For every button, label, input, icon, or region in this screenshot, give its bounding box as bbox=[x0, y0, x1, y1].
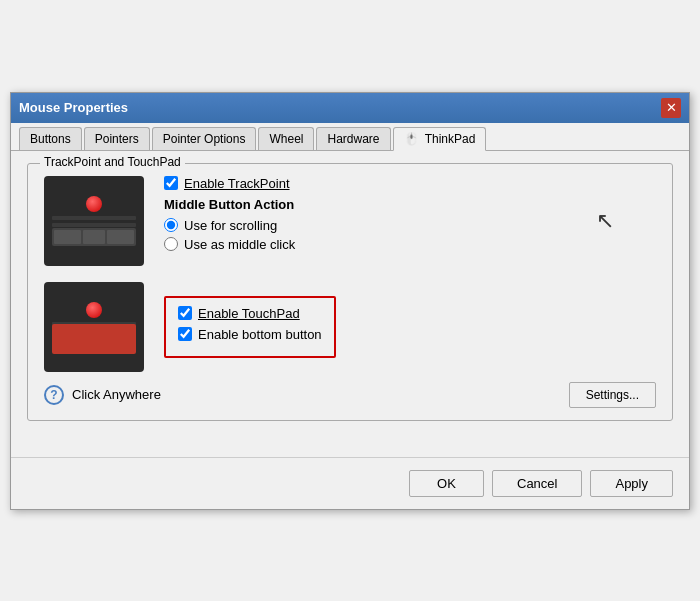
help-icon-text: ? bbox=[50, 388, 57, 402]
right-key bbox=[107, 230, 134, 244]
main-content: TrackPoint and TouchPad bbox=[11, 151, 689, 449]
radio-click[interactable] bbox=[164, 237, 178, 251]
help-icon: ? bbox=[44, 385, 64, 405]
touchpad-section: Enable TouchPad Enable bottom button bbox=[44, 282, 656, 372]
tab-pointer-options-label: Pointer Options bbox=[163, 132, 246, 146]
trackpoint-touchpad-group: TrackPoint and TouchPad bbox=[27, 163, 673, 421]
trackpoint-row: Enable TrackPoint Middle Button Action U… bbox=[44, 176, 656, 266]
apply-button[interactable]: Apply bbox=[590, 470, 673, 497]
cursor-area: ↖ bbox=[596, 208, 656, 234]
radio-scroll[interactable] bbox=[164, 218, 178, 232]
tab-pointers-label: Pointers bbox=[95, 132, 139, 146]
tab-hardware-label: Hardware bbox=[327, 132, 379, 146]
click-anywhere-label: Click Anywhere bbox=[72, 387, 161, 402]
enable-trackpoint-text: Enable TrackPoint bbox=[184, 176, 290, 191]
title-bar: Mouse Properties ✕ bbox=[11, 93, 689, 123]
trackpoint-image bbox=[44, 176, 144, 266]
tab-buttons-label: Buttons bbox=[30, 132, 71, 146]
enable-bottom-button-label: Enable bottom button bbox=[198, 327, 322, 342]
tab-pointers[interactable]: Pointers bbox=[84, 127, 150, 150]
tab-bar: Buttons Pointers Pointer Options Wheel H… bbox=[11, 123, 689, 151]
tab-thinkpad-label: ThinkPad bbox=[425, 132, 476, 146]
trackpoint-dot bbox=[86, 196, 102, 212]
enable-bottom-button-row: Enable bottom button bbox=[178, 327, 322, 342]
touchpad-options-box: Enable TouchPad Enable bottom button bbox=[164, 296, 336, 358]
group-bottom: ? Click Anywhere Settings... bbox=[44, 382, 656, 408]
line2 bbox=[52, 223, 136, 227]
thinkpad-tab-icon: 🖱️ bbox=[404, 132, 419, 146]
help-section: ? Click Anywhere bbox=[44, 385, 161, 405]
tab-wheel-label: Wheel bbox=[269, 132, 303, 146]
left-key bbox=[54, 230, 81, 244]
radio-scroll-row: Use for scrolling bbox=[164, 218, 576, 233]
radio-click-label: Use as middle click bbox=[184, 237, 295, 252]
trackpoint-keys bbox=[52, 228, 136, 246]
group-legend: TrackPoint and TouchPad bbox=[40, 155, 185, 169]
enable-trackpoint-checkbox[interactable] bbox=[164, 176, 178, 190]
enable-touchpad-row: Enable TouchPad bbox=[178, 306, 322, 321]
radio-click-row: Use as middle click bbox=[164, 237, 576, 252]
tab-thinkpad[interactable]: 🖱️ ThinkPad bbox=[393, 127, 487, 151]
close-button[interactable]: ✕ bbox=[661, 98, 681, 118]
mouse-properties-window: Mouse Properties ✕ Buttons Pointers Poin… bbox=[10, 92, 690, 510]
ok-button[interactable]: OK bbox=[409, 470, 484, 497]
middle-button-action-label: Middle Button Action bbox=[164, 197, 576, 212]
cancel-button[interactable]: Cancel bbox=[492, 470, 582, 497]
window-title: Mouse Properties bbox=[19, 100, 128, 115]
enable-touchpad-text: Enable TouchPad bbox=[198, 306, 300, 321]
button-bar: OK Cancel Apply bbox=[11, 457, 689, 509]
enable-trackpoint-row: Enable TrackPoint bbox=[164, 176, 576, 191]
touchpad-dot bbox=[86, 302, 102, 318]
tab-hardware[interactable]: Hardware bbox=[316, 127, 390, 150]
line1 bbox=[52, 216, 136, 220]
settings-button[interactable]: Settings... bbox=[569, 382, 656, 408]
trackpoint-options: Enable TrackPoint Middle Button Action U… bbox=[164, 176, 576, 256]
tab-wheel[interactable]: Wheel bbox=[258, 127, 314, 150]
touchpad-surface bbox=[52, 324, 136, 354]
middle-key bbox=[83, 230, 105, 244]
enable-trackpoint-label: Enable TrackPoint bbox=[184, 176, 290, 191]
enable-bottom-button-checkbox[interactable] bbox=[178, 327, 192, 341]
cursor-arrow-icon: ↖ bbox=[596, 208, 614, 233]
tab-pointer-options[interactable]: Pointer Options bbox=[152, 127, 257, 150]
tab-buttons[interactable]: Buttons bbox=[19, 127, 82, 150]
touchpad-image bbox=[44, 282, 144, 372]
enable-touchpad-checkbox[interactable] bbox=[178, 306, 192, 320]
radio-scroll-label: Use for scrolling bbox=[184, 218, 277, 233]
enable-touchpad-label: Enable TouchPad bbox=[198, 306, 300, 321]
